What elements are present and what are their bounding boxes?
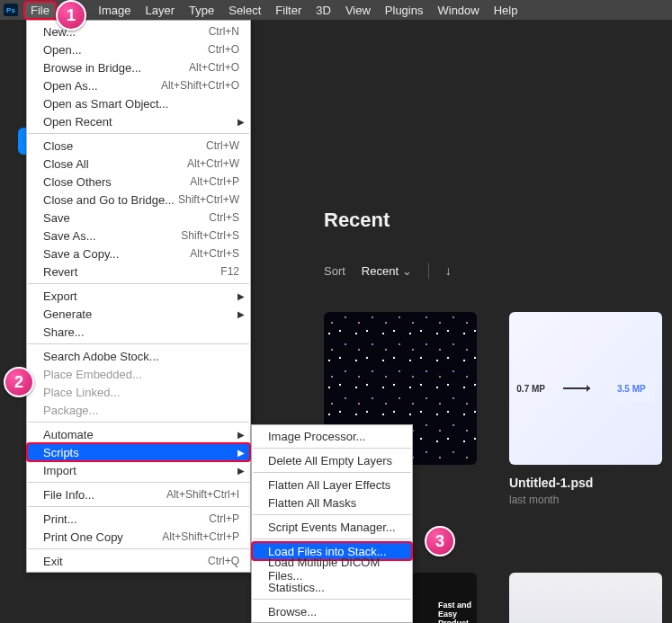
submenu-item-flatten-all-layer-effects[interactable]: Flatten All Layer Effects (252, 476, 412, 494)
menu-item-save-as[interactable]: Save As...Shift+Ctrl+S (27, 227, 250, 245)
menu-shortcut: Ctrl+P (209, 512, 239, 525)
menu-item-search-adobe-stock[interactable]: Search Adobe Stock... (27, 347, 250, 365)
menu-shortcut: Alt+Ctrl+P (190, 175, 239, 188)
menu-shortcut: Alt+Ctrl+W (187, 157, 239, 170)
thumb-card-2[interactable]: 0.7 MP 3.5 MP Untitled-1.psd last month (509, 312, 662, 506)
menu-item-place-embedded: Place Embedded... (27, 365, 250, 383)
submenu-arrow-icon: ▶ (237, 448, 245, 458)
menu-help[interactable]: Help (487, 1, 525, 20)
menu-type[interactable]: Type (182, 1, 221, 20)
menu-item-label: Export (43, 289, 77, 303)
menu-3d[interactable]: 3D (309, 1, 338, 20)
thumbnail-image: 0.7 MP 3.5 MP (509, 312, 662, 465)
scripts-submenu: Image Processor...Delete All Empty Layer… (251, 424, 413, 623)
menu-item-label: Automate (43, 428, 94, 441)
menu-item-file-info[interactable]: File Info...Alt+Shift+Ctrl+I (27, 485, 250, 503)
menu-item-generate[interactable]: Generate▶ (27, 305, 250, 323)
menu-item-scripts[interactable]: Scripts▶ (27, 443, 250, 461)
submenu-item-browse[interactable]: Browse... (252, 602, 412, 620)
app-icon: Ps (4, 4, 18, 16)
menu-item-revert[interactable]: RevertF12 (27, 263, 250, 280)
sort-direction-icon[interactable]: ↓ (445, 263, 452, 278)
submenu-item-load-multiple-dicom-files[interactable]: Load Multiple DICOM Files... (252, 560, 412, 578)
menu-item-close-others[interactable]: Close OthersAlt+Ctrl+P (27, 173, 250, 191)
menu-item-close-all[interactable]: Close AllAlt+Ctrl+W (27, 155, 250, 173)
submenu-item-image-processor[interactable]: Image Processor... (252, 427, 412, 445)
submenu-item-statistics[interactable]: Statistics... (252, 578, 412, 596)
menu-separator (28, 343, 249, 344)
menu-shortcut: Alt+Ctrl+S (190, 247, 239, 260)
menu-item-label: Print One Copy (43, 530, 123, 544)
sort-row: Sort Recent ⌄ ↓ (324, 263, 452, 279)
menu-item-exit[interactable]: ExitCtrl+Q (27, 552, 250, 570)
menu-plugins[interactable]: Plugins (378, 1, 431, 20)
menu-item-label: Open Recent (43, 115, 112, 129)
menu-item-label: Save As... (43, 229, 96, 243)
menu-item-label: Scripts (43, 446, 79, 459)
menu-separator (253, 599, 411, 600)
menubar: Ps File Edit Image Layer Type Select Fil… (0, 0, 672, 20)
mp-badge-left: 0.7 MP (516, 384, 545, 394)
submenu-item-script-events-manager[interactable]: Script Events Manager... (252, 518, 412, 536)
submenu-item-label: Statistics... (268, 581, 325, 594)
submenu-item-flatten-all-masks[interactable]: Flatten All Masks (252, 494, 412, 512)
submenu-item-label: Image Processor... (268, 430, 365, 443)
divider (428, 263, 429, 279)
menu-separator (28, 548, 249, 549)
menu-item-export[interactable]: Export▶ (27, 287, 250, 305)
arrow-icon (563, 387, 590, 389)
menu-item-close-and-go-to-bridge[interactable]: Close and Go to Bridge...Shift+Ctrl+W (27, 191, 250, 209)
menu-file[interactable]: File (23, 1, 57, 20)
menu-select[interactable]: Select (221, 1, 268, 20)
menu-item-automate[interactable]: Automate▶ (27, 425, 250, 443)
menu-item-open-as-smart-object[interactable]: Open as Smart Object... (27, 94, 250, 112)
menu-item-label: Close and Go to Bridge... (43, 193, 175, 207)
menu-item-save-a-copy[interactable]: Save a Copy...Alt+Ctrl+S (27, 245, 250, 263)
menu-shortcut: Alt+Shift+Ctrl+I (166, 488, 239, 501)
menu-window[interactable]: Window (430, 1, 486, 20)
menu-item-label: Generate (43, 307, 92, 321)
menu-item-open-recent[interactable]: Open Recent▶ (27, 112, 250, 130)
menu-item-import[interactable]: Import▶ (27, 461, 250, 479)
menu-item-close[interactable]: CloseCtrl+W (27, 137, 250, 155)
menu-shortcut: Shift+Ctrl+W (178, 193, 239, 206)
menu-item-label: Close Others (43, 175, 112, 189)
menu-item-share[interactable]: Share... (27, 323, 250, 341)
submenu-item-label: Script Events Manager... (268, 521, 396, 534)
menu-item-open-as[interactable]: Open As...Alt+Shift+Ctrl+O (27, 76, 250, 94)
chevron-down-icon: ⌄ (402, 264, 412, 278)
menu-item-open[interactable]: Open...Ctrl+O (27, 40, 250, 58)
file-menu: New...Ctrl+NOpen...Ctrl+OBrowse in Bridg… (26, 20, 251, 573)
menu-item-label: Close All (43, 157, 89, 171)
submenu-item-label: Flatten All Masks (268, 496, 356, 510)
recent-section: Recent Sort Recent ⌄ ↓ (324, 209, 452, 279)
menu-filter[interactable]: Filter (268, 1, 309, 20)
submenu-arrow-icon: ▶ (237, 117, 245, 127)
menu-layer[interactable]: Layer (139, 1, 183, 20)
mini-thumb-text: Fast and Easy Product Image (438, 601, 471, 623)
menu-item-save[interactable]: SaveCtrl+S (27, 209, 250, 227)
menu-item-label: Revert (43, 265, 77, 279)
menu-item-label: Save a Copy... (43, 247, 119, 261)
menu-separator (253, 448, 411, 449)
menu-item-label: Search Adobe Stock... (43, 350, 159, 363)
submenu-item-delete-all-empty-layers[interactable]: Delete All Empty Layers (252, 451, 412, 469)
menu-shortcut: Alt+Ctrl+O (189, 61, 239, 74)
sort-dropdown[interactable]: Recent ⌄ (362, 264, 412, 278)
mp-badge-right: 3.5 MP (608, 377, 655, 401)
menu-image[interactable]: Image (91, 1, 138, 20)
menu-shortcut: Alt+Shift+Ctrl+O (161, 79, 239, 92)
menu-view[interactable]: View (338, 1, 378, 20)
menu-item-browse-in-bridge[interactable]: Browse in Bridge...Alt+Ctrl+O (27, 58, 250, 76)
menu-item-print-one-copy[interactable]: Print One CopyAlt+Shift+Ctrl+P (27, 528, 250, 546)
mini-thumb-2[interactable] (509, 573, 662, 623)
thumb-modified: last month (509, 494, 662, 506)
menu-item-package: Package... (27, 401, 250, 419)
menu-item-label: Save (43, 211, 70, 225)
menu-shortcut: Shift+Ctrl+S (181, 229, 239, 242)
menu-item-label: Place Embedded... (43, 368, 142, 381)
menu-item-print[interactable]: Print...Ctrl+P (27, 510, 250, 528)
menu-item-label: Share... (43, 325, 85, 339)
recent-heading: Recent (324, 209, 452, 232)
submenu-item-label: Delete All Empty Layers (268, 454, 392, 467)
